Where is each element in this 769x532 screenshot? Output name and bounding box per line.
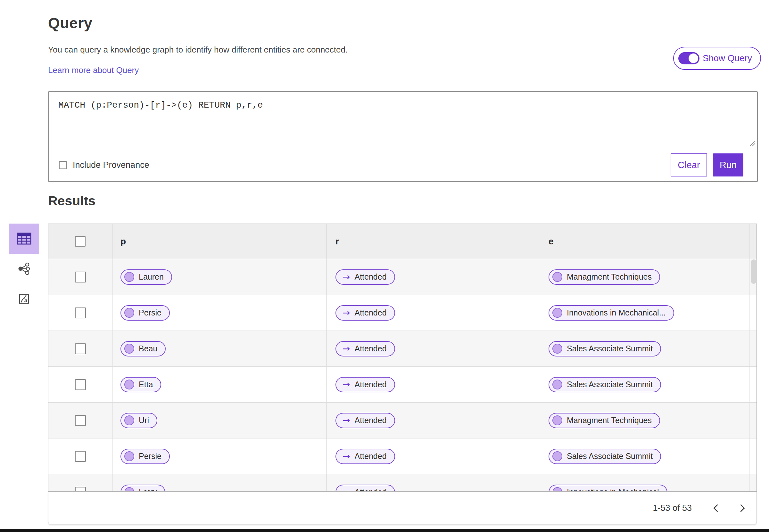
network-view-button[interactable] (9, 254, 39, 284)
table-row[interactable]: Persie → Attended Innovations in Mechani… (48, 295, 757, 331)
row-cell-p: Larry (112, 474, 326, 492)
relation-arrow-icon: → (342, 273, 350, 282)
entity-pill-e[interactable]: Managment Techniques (549, 413, 660, 428)
relation-pill-r[interactable]: → Attended (335, 449, 395, 464)
relation-label: Attended (354, 344, 387, 353)
node-circle-icon (124, 451, 134, 461)
row-cell-select (48, 259, 112, 295)
relation-pill-r[interactable]: → Attended (335, 377, 395, 392)
row-checkbox[interactable] (75, 379, 86, 390)
view-switcher (9, 224, 39, 314)
learn-more-link[interactable]: Learn more about Query (48, 65, 139, 75)
entity-pill-e[interactable]: Sales Associate Summit (549, 377, 661, 392)
row-cell-e: Sales Associate Summit (538, 367, 749, 402)
chart-view-button[interactable] (9, 284, 39, 314)
clear-button[interactable]: Clear (671, 153, 707, 176)
row-checkbox[interactable] (75, 307, 86, 318)
row-cell-r: → Attended (326, 438, 538, 474)
entity-label: Beau (139, 344, 157, 353)
entity-pill-e[interactable]: Sales Associate Summit (549, 449, 661, 464)
chevron-left-icon[interactable] (712, 503, 721, 513)
table-row[interactable]: Lauren → Attended Managment Techniques (48, 259, 757, 295)
row-checkbox[interactable] (75, 451, 86, 462)
relation-arrow-icon: → (342, 380, 350, 389)
relation-label: Attended (354, 272, 387, 282)
entity-pill-p[interactable]: Persie (120, 305, 170, 321)
include-provenance-label: Include Provenance (73, 160, 149, 170)
entity-label: Uri (139, 416, 149, 425)
row-cell-p: Etta (112, 367, 326, 402)
node-circle-icon (124, 380, 134, 389)
entity-pill-e[interactable]: Innovations in Mechanical (549, 485, 667, 492)
entity-label: Sales Associate Summit (567, 344, 653, 353)
relation-label: Attended (354, 416, 387, 425)
table-view-icon (17, 232, 31, 245)
table-row[interactable]: Persie → Attended Sales Associate Summit (48, 438, 757, 474)
toggle-on-icon[interactable] (678, 52, 699, 64)
table-row[interactable]: Etta → Attended Sales Associate Summit (48, 367, 757, 403)
entity-pill-p[interactable]: Uri (120, 413, 157, 428)
entity-pill-e[interactable]: Sales Associate Summit (549, 341, 661, 356)
row-cell-e: Sales Associate Summit (538, 438, 749, 474)
node-circle-icon (124, 487, 134, 492)
query-panel: MATCH (p:Person)-[r]->(e) RETURN p,r,e I… (48, 91, 758, 182)
run-button[interactable]: Run (713, 153, 743, 176)
entity-pill-p[interactable]: Etta (120, 377, 161, 392)
entity-pill-p[interactable]: Lauren (120, 269, 172, 285)
entity-label: Innovations in Mechanical... (567, 308, 666, 317)
row-cell-r: → Attended (326, 403, 538, 438)
entity-pill-e[interactable]: Managment Techniques (549, 269, 660, 285)
show-query-toggle[interactable]: Show Query (673, 47, 761, 70)
resize-grip-icon[interactable] (748, 139, 756, 147)
entity-pill-p[interactable]: Larry (120, 485, 165, 492)
query-controls-row: Include Provenance Clear Run (49, 149, 757, 181)
relation-label: Attended (354, 487, 387, 492)
column-label-p: p (120, 236, 126, 247)
table-row[interactable]: Beau → Attended Sales Associate Summit (48, 331, 757, 367)
row-gutter (749, 403, 757, 438)
relation-arrow-icon: → (342, 308, 350, 317)
row-checkbox[interactable] (75, 487, 86, 492)
table-header-row: p r e (48, 224, 757, 259)
node-circle-icon (552, 308, 562, 318)
row-cell-e: Managment Techniques (538, 259, 749, 295)
row-checkbox[interactable] (75, 415, 86, 426)
results-title: Results (48, 193, 95, 209)
include-provenance-checkbox[interactable] (59, 161, 67, 169)
node-circle-icon (552, 415, 562, 425)
table-row[interactable]: Larry → Attended Innovations in Mechanic… (48, 474, 757, 492)
node-circle-icon (552, 380, 562, 389)
row-cell-select (48, 295, 112, 331)
node-circle-icon (124, 415, 134, 425)
relation-pill-r[interactable]: → Attended (335, 269, 395, 285)
table-scrollbar-thumb[interactable] (751, 259, 756, 284)
row-cell-select (48, 403, 112, 438)
entity-pill-e[interactable]: Innovations in Mechanical... (549, 305, 674, 321)
entity-label: Persie (139, 452, 161, 461)
table-view-button[interactable] (9, 224, 39, 254)
relation-pill-r[interactable]: → Attended (335, 341, 395, 356)
entity-pill-p[interactable]: Persie (120, 449, 170, 464)
query-input[interactable]: MATCH (p:Person)-[r]->(e) RETURN p,r,e (49, 92, 757, 148)
column-label-r: r (335, 236, 339, 247)
select-all-checkbox[interactable] (75, 236, 86, 247)
table-row[interactable]: Uri → Attended Managment Techniques (48, 403, 757, 438)
page-description: You can query a knowledge graph to ident… (48, 45, 348, 55)
row-cell-select (48, 331, 112, 366)
entity-pill-p[interactable]: Beau (120, 341, 166, 356)
relation-label: Attended (354, 452, 387, 461)
header-gutter (749, 224, 757, 259)
node-circle-icon (552, 451, 562, 461)
chevron-right-icon[interactable] (737, 503, 746, 513)
row-gutter (749, 367, 757, 402)
row-cell-e: Innovations in Mechanical (538, 474, 749, 492)
row-checkbox[interactable] (75, 272, 86, 282)
relation-pill-r[interactable]: → Attended (335, 485, 395, 492)
row-cell-p: Beau (112, 331, 326, 366)
relation-pill-r[interactable]: → Attended (335, 305, 395, 321)
row-cell-e: Managment Techniques (538, 403, 749, 438)
row-checkbox[interactable] (75, 343, 86, 354)
node-circle-icon (552, 487, 562, 492)
relation-pill-r[interactable]: → Attended (335, 413, 395, 428)
show-query-label: Show Query (703, 53, 752, 63)
